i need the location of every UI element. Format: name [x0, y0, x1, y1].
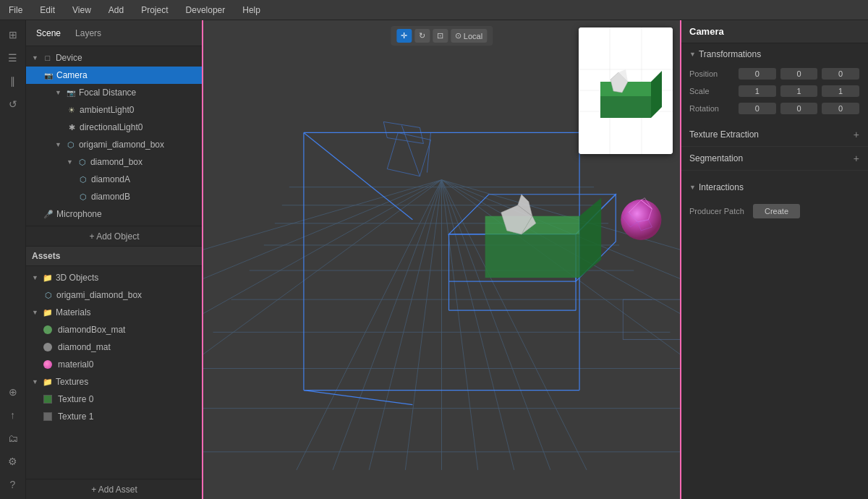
- move-tool-button[interactable]: ✛: [396, 29, 412, 43]
- tree-item-diamond-mat[interactable]: diamond_mat: [26, 338, 203, 356]
- tree-item-texture1[interactable]: Texture 1: [26, 408, 203, 425]
- diamond-mat-icon: [43, 343, 52, 351]
- menu-file[interactable]: File: [6, 4, 25, 17]
- interactions-section-header[interactable]: ▼ Interactions: [681, 176, 868, 198]
- settings-icon[interactable]: ⚙: [4, 453, 22, 470]
- rotate-tool-button[interactable]: ↻: [414, 29, 430, 43]
- producer-patch-row: Producer Patch Create: [689, 204, 859, 218]
- tree-item-diamondbox-mat[interactable]: diamondBox_mat: [26, 321, 203, 338]
- producer-patch-label: Producer Patch: [689, 207, 747, 216]
- tree-item-focal[interactable]: ▼ 📷 Focal Distance: [26, 84, 203, 101]
- svg-point-53: [621, 200, 661, 240]
- diamondb-icon: ⬡: [78, 192, 88, 202]
- tree-item-materials[interactable]: ▼ 📁 Materials: [26, 304, 203, 321]
- tree-item-textures[interactable]: ▼ 📁 Textures: [26, 373, 203, 391]
- scale-label: Scale: [689, 87, 733, 95]
- texture0-icon: [43, 395, 52, 404]
- add-asset-button[interactable]: + Add Asset: [26, 479, 203, 499]
- texture1-icon: [43, 412, 52, 421]
- arrow-materials: ▼: [32, 309, 38, 316]
- rotation-x[interactable]: 0: [739, 103, 776, 114]
- create-button[interactable]: Create: [753, 204, 800, 218]
- texture-extraction-add-icon[interactable]: +: [854, 129, 859, 140]
- preview-svg: [579, 27, 673, 154]
- viewport-toolbar: ✛ ↻ ⊡ ⊙ Local: [391, 26, 493, 46]
- rotation-y[interactable]: 0: [780, 103, 818, 114]
- menu-edit[interactable]: Edit: [37, 4, 58, 17]
- position-values: 0 0 0: [739, 68, 859, 80]
- segmentation-label: Segmentation: [689, 153, 854, 163]
- scale-z[interactable]: 1: [822, 85, 859, 97]
- arrow-focal: ▼: [55, 89, 61, 96]
- transformations-section-header[interactable]: ▼ Transformations: [681, 43, 868, 65]
- menu-project[interactable]: Project: [138, 4, 171, 17]
- tree-item-diamondb[interactable]: ⬡ diamondB: [26, 188, 203, 205]
- assets-section: Assets ▼ 📁 3D Objects ⬡ origami_diamond_…: [26, 246, 203, 499]
- texture-extraction-row[interactable]: Texture Extraction +: [681, 123, 868, 147]
- camera-preview-panel: [579, 27, 673, 154]
- scale-y[interactable]: 1: [780, 85, 818, 97]
- menu-developer[interactable]: Developer: [183, 4, 229, 17]
- tree-item-diamonda[interactable]: ⬡ diamondA: [26, 171, 203, 188]
- tree-item-ambientlight[interactable]: ☀ ambientLight0: [26, 101, 203, 119]
- arrow-diamond-box: ▼: [67, 158, 73, 166]
- menu-add[interactable]: Add: [106, 4, 127, 17]
- panels-icon[interactable]: ∥: [4, 72, 22, 90]
- rotation-label: Rotation: [689, 104, 733, 113]
- folder-icon[interactable]: 🗂: [4, 430, 22, 447]
- position-z[interactable]: 0: [822, 68, 859, 80]
- local-mode-button[interactable]: ⊙ Local: [451, 29, 487, 43]
- segmentation-row[interactable]: Segmentation +: [681, 147, 868, 171]
- grid-icon[interactable]: ⊞: [4, 26, 22, 43]
- add-object-button[interactable]: + Add Object: [26, 226, 203, 246]
- origami-asset-icon: ⬡: [43, 290, 54, 300]
- svg-marker-47: [485, 234, 579, 278]
- microphone-icon: 🎤: [43, 209, 54, 219]
- help-icon[interactable]: ?: [4, 476, 22, 493]
- material0-icon: [43, 360, 52, 369]
- transformations-arrow: ▼: [689, 51, 696, 58]
- tree-item-origami-asset[interactable]: ⬡ origami_diamond_box: [26, 286, 203, 304]
- arrow-device: ▼: [32, 54, 38, 61]
- viewport[interactable]: ✛ ↻ ⊡ ⊙ Local: [203, 20, 680, 499]
- refresh-icon[interactable]: ↺: [4, 95, 22, 113]
- tree-item-origami[interactable]: ▼ ⬡ origami_diamond_box: [26, 136, 203, 153]
- transformations-label: Transformations: [699, 49, 761, 59]
- add-layer-icon[interactable]: ⊕: [4, 383, 22, 401]
- rotation-row: Rotation 0 0 0: [681, 100, 868, 117]
- left-panel: Scene Layers ▼ □ Device 📷 Camera ▼ 📷: [26, 20, 203, 499]
- arrow-textures: ▼: [32, 378, 38, 385]
- scale-x[interactable]: 1: [739, 85, 776, 97]
- list-icon[interactable]: ☰: [4, 49, 22, 67]
- device-icon: □: [43, 53, 53, 63]
- tab-scene[interactable]: Scene: [32, 25, 65, 41]
- directional-light-icon: ✱: [67, 122, 77, 132]
- tree-item-directionallight[interactable]: ✱ directionalLight0: [26, 119, 203, 136]
- folder-3d-icon: 📁: [43, 273, 53, 283]
- tree-item-diamond-box[interactable]: ▼ ⬡ diamond_box: [26, 153, 203, 171]
- tab-layers[interactable]: Layers: [71, 25, 106, 41]
- tree-item-3dobjects[interactable]: ▼ 📁 3D Objects: [26, 269, 203, 286]
- upload-icon[interactable]: ↑: [4, 406, 22, 424]
- scale-values: 1 1 1: [739, 85, 859, 97]
- scale-tool-button[interactable]: ⊡: [433, 29, 448, 43]
- rotation-z[interactable]: 0: [822, 103, 859, 114]
- local-icon: ⊙: [455, 31, 461, 40]
- segmentation-add-icon[interactable]: +: [854, 153, 859, 164]
- assets-title: Assets: [26, 247, 203, 266]
- folder-textures-icon: 📁: [43, 377, 53, 387]
- tree-item-microphone[interactable]: 🎤 Microphone: [26, 205, 203, 223]
- position-y[interactable]: 0: [780, 68, 818, 80]
- menu-view[interactable]: View: [69, 4, 94, 17]
- diamondbox-mat-icon: [43, 325, 52, 334]
- tree-item-material0[interactable]: material0: [26, 356, 203, 373]
- tree-item-device[interactable]: ▼ □ Device: [26, 49, 203, 67]
- menu-help[interactable]: Help: [239, 4, 263, 17]
- position-x[interactable]: 0: [739, 68, 776, 80]
- texture-extraction-label: Texture Extraction: [689, 129, 854, 140]
- tree-item-texture0[interactable]: Texture 0: [26, 391, 203, 408]
- svg-marker-64: [600, 96, 651, 118]
- scene-panel-header: Scene Layers: [26, 20, 203, 46]
- main-layout: ⊞ ☰ ∥ ↺ ⊕ ↑ 🗂 ⚙ ? Scene Layers ▼ □ Devic…: [0, 20, 868, 499]
- tree-item-camera[interactable]: 📷 Camera: [26, 67, 203, 84]
